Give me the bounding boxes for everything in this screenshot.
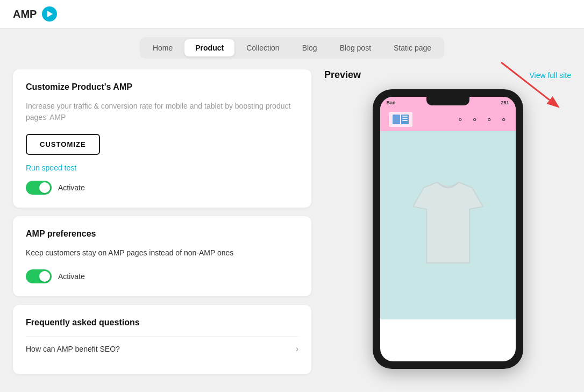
phone-screen: Ban 251 (380, 97, 516, 361)
customize-card-desc: Increase your traffic & conversion rate … (26, 101, 298, 123)
tab-blog[interactable]: Blog (291, 39, 328, 56)
tshirt-image (408, 177, 488, 274)
phone-status-right: 251 (501, 100, 509, 105)
phone-logo-line-1 (402, 116, 408, 117)
preview-title: Preview (324, 69, 361, 81)
preferences-activate-label: Activate (58, 272, 85, 281)
phone-logo-block-2 (401, 115, 409, 124)
customize-card-title: Customize Product's AMP (26, 82, 298, 92)
phone-cart-icon: ⚬ (486, 115, 493, 125)
right-panel: Preview View full site (324, 69, 571, 386)
phone-mockup-container: Ban 251 (324, 89, 571, 369)
phone-nav-icons: ⚬ ⚬ ⚬ ⚬ (457, 115, 507, 125)
nav-tabs-wrapper: Home Product Collection Blog Blog post S… (0, 28, 584, 59)
phone-logo-line-3 (402, 120, 408, 121)
activate-toggle[interactable] (26, 181, 52, 195)
view-full-site-link[interactable]: View full site (529, 71, 571, 80)
preview-area: Ban 251 (324, 89, 571, 369)
preferences-activate-toggle[interactable] (26, 269, 52, 283)
faq-item-1[interactable]: How can AMP benefit SEO? › (26, 336, 298, 361)
faq-card-title: Frequently asked questions (26, 318, 298, 327)
phone-store-logo (389, 112, 412, 127)
preferences-card-desc: Keep customers stay on AMP pages instead… (26, 247, 298, 259)
phone-nav-bar: ⚬ ⚬ ⚬ ⚬ (380, 108, 516, 131)
app-logo: AMP (13, 8, 37, 20)
run-speed-test-link[interactable]: Run speed test (26, 163, 298, 172)
main-content: Customize Product's AMP Increase your tr… (0, 59, 584, 392)
customize-button[interactable]: CUSTOMIZE (26, 134, 100, 155)
phone-menu-icon: ⚬ (500, 115, 507, 125)
phone-product-area (380, 131, 516, 319)
faq-chevron-icon-1: › (296, 344, 298, 354)
preferences-card: AMP preferences Keep customers stay on A… (13, 216, 311, 296)
tab-static-page[interactable]: Static page (383, 39, 442, 56)
preferences-activate-row: Activate (26, 269, 298, 283)
phone-notch (426, 97, 469, 105)
preferences-card-title: AMP preferences (26, 229, 298, 239)
activate-toggle-label: Activate (58, 183, 85, 192)
app-header: AMP (0, 0, 584, 28)
phone-user-icon: ⚬ (457, 115, 464, 125)
left-panel: Customize Product's AMP Increase your tr… (13, 69, 311, 386)
nav-tabs: Home Product Collection Blog Blog post S… (140, 37, 444, 59)
activate-toggle-row: Activate (26, 181, 298, 195)
tab-blog-post[interactable]: Blog post (329, 39, 382, 56)
tab-collection[interactable]: Collection (236, 39, 290, 56)
phone-logo-block-1 (393, 115, 400, 124)
customize-card: Customize Product's AMP Increase your tr… (13, 69, 311, 208)
play-button[interactable] (42, 6, 57, 22)
phone-mockup: Ban 251 (373, 89, 523, 369)
tab-product[interactable]: Product (184, 39, 234, 56)
phone-logo-line-2 (402, 118, 408, 119)
faq-question-1: How can AMP benefit SEO? (26, 345, 120, 353)
faq-card: Frequently asked questions How can AMP b… (13, 305, 311, 374)
tab-home[interactable]: Home (142, 39, 183, 56)
phone-search-icon: ⚬ (471, 115, 478, 125)
phone-status-left: Ban (387, 100, 396, 105)
preview-header: Preview View full site (324, 69, 571, 81)
